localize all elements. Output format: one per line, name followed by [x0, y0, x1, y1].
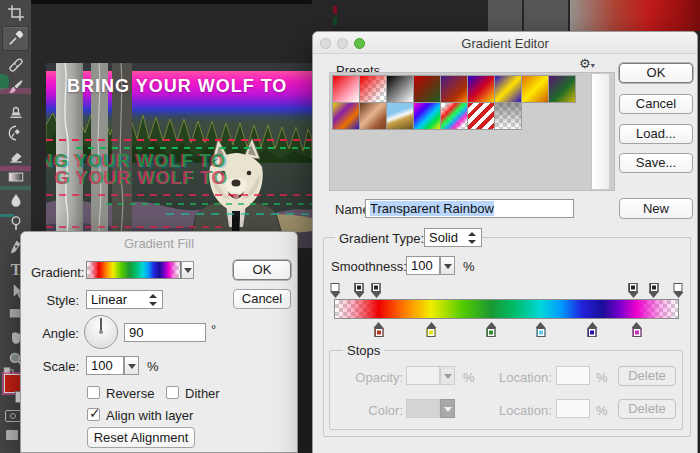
- gradient-preset[interactable]: [521, 75, 549, 103]
- screen-mode-icon[interactable]: [6, 430, 18, 440]
- gradient-preset[interactable]: [332, 75, 360, 103]
- gradient-preset[interactable]: [359, 75, 387, 103]
- load-button[interactable]: Load...: [619, 124, 693, 144]
- panel-block: [488, 0, 522, 31]
- eyedropper-tool-icon[interactable]: [7, 29, 25, 47]
- stops-label: Stops: [343, 343, 384, 358]
- style-select[interactable]: Linear: [86, 290, 163, 309]
- gradient-preset[interactable]: [413, 75, 441, 103]
- history-brush-tool-icon[interactable]: [7, 124, 25, 142]
- angle-label: Angle:: [31, 326, 79, 341]
- color-stop[interactable]: [535, 322, 546, 337]
- color-label: Color:: [347, 403, 403, 418]
- gradient-preset[interactable]: [494, 75, 522, 103]
- dither-label: Dither: [185, 386, 220, 401]
- opacity-stop[interactable]: [330, 283, 341, 298]
- color-stop[interactable]: [486, 322, 497, 337]
- smoothness-dropdown-button[interactable]: [440, 256, 455, 275]
- gradient-type-select[interactable]: Solid: [424, 228, 482, 247]
- gradient-preset[interactable]: [467, 75, 495, 103]
- gradient-tool-icon[interactable]: [7, 168, 25, 186]
- gradient-label: Gradient:: [31, 265, 79, 280]
- opacity-stop[interactable]: [371, 283, 382, 298]
- dialog-titlebar[interactable]: Gradient Fill: [21, 232, 297, 254]
- reverse-label: Reverse: [106, 386, 154, 401]
- location-label: Location:: [499, 403, 552, 418]
- delete-color-stop-button: Delete: [618, 399, 676, 419]
- poster-headline: BRING YOUR WOLF TO: [67, 76, 287, 97]
- reverse-checkbox[interactable]: [87, 386, 100, 399]
- selected-text: Transparent Rainbow: [370, 201, 494, 216]
- document-canvas[interactable]: BRING YOUR WOLF TO NG YOUR WOLF TO: [46, 63, 312, 248]
- angle-dial[interactable]: [84, 315, 118, 349]
- gradient-preset[interactable]: [548, 75, 576, 103]
- opacity-stop[interactable]: [354, 283, 365, 298]
- cancel-button[interactable]: Cancel: [619, 94, 693, 114]
- location-input: [556, 399, 590, 418]
- dodge-tool-icon[interactable]: [7, 214, 25, 232]
- presets-grid: [329, 72, 615, 191]
- style-value: Linear: [91, 292, 127, 307]
- scale-input[interactable]: 100: [86, 356, 124, 375]
- location-input: [556, 366, 590, 385]
- new-button[interactable]: New: [619, 198, 693, 219]
- photoshop-workspace: BRING YOUR WOLF TO NG YOUR WOLF TO: [0, 0, 700, 453]
- save-button[interactable]: Save...: [619, 153, 693, 173]
- ok-button[interactable]: OK: [619, 63, 693, 83]
- gradient-preset[interactable]: [413, 102, 441, 130]
- canvas-top-strip: [31, 0, 312, 4]
- opacity-stop[interactable]: [628, 283, 639, 298]
- blur-tool-icon[interactable]: [7, 192, 25, 210]
- ok-button[interactable]: OK: [233, 260, 291, 280]
- gradient-preset[interactable]: [386, 75, 414, 103]
- color-stop[interactable]: [426, 322, 437, 337]
- gradient-preset[interactable]: [467, 102, 495, 130]
- eraser-tool-icon[interactable]: [7, 146, 25, 164]
- crop-tool-icon[interactable]: [7, 4, 25, 22]
- spot-healing-tool-icon[interactable]: [7, 56, 25, 74]
- align-with-layer-checkbox[interactable]: ✓: [87, 408, 100, 421]
- color-stop[interactable]: [373, 322, 384, 337]
- delete-opacity-stop-button: Delete: [618, 366, 676, 386]
- angle-input[interactable]: 90: [124, 323, 206, 342]
- checkmark-icon: ✓: [89, 405, 101, 421]
- gradient-preset[interactable]: [440, 75, 468, 103]
- clone-stamp-tool-icon[interactable]: [7, 102, 25, 120]
- gradient-editor-dialog: Gradient Editor Presets ⚙▾ OK Cance: [312, 31, 698, 453]
- gradient-preset[interactable]: [386, 102, 414, 130]
- dither-checkbox[interactable]: [166, 386, 179, 399]
- gradient-type-label: Gradient Type:: [335, 231, 428, 246]
- color-stop[interactable]: [587, 322, 598, 337]
- gear-menu-icon[interactable]: ⚙▾: [579, 56, 595, 71]
- glitch-artifact: [333, 17, 337, 25]
- cancel-button[interactable]: Cancel: [233, 289, 291, 309]
- gradient-preset[interactable]: [440, 102, 468, 130]
- opacity-stop[interactable]: [673, 283, 684, 298]
- percent-unit: %: [463, 370, 475, 385]
- smoothness-input[interactable]: 100: [406, 256, 440, 275]
- swap-colors-icon[interactable]: [3, 363, 15, 373]
- opacity-stop[interactable]: [648, 283, 659, 298]
- glitch-ghost-text: G YOUR WOLF TO: [54, 168, 226, 189]
- style-label: Style:: [31, 293, 79, 308]
- gradient-dropdown-button[interactable]: [181, 261, 194, 279]
- gradient-type-value: Solid: [429, 230, 458, 245]
- gradient-swatch[interactable]: [86, 261, 181, 279]
- color-swatch-well: [406, 399, 440, 418]
- scale-dropdown-button[interactable]: [124, 356, 139, 375]
- name-input[interactable]: Transparent Rainbow: [365, 199, 574, 218]
- gear-glyph: ⚙: [579, 56, 591, 71]
- brush-tool-icon[interactable]: [7, 78, 25, 96]
- red-gradient-preview: [570, 0, 700, 31]
- gradient-preset[interactable]: [359, 102, 387, 130]
- dialog-titlebar[interactable]: Gradient Editor: [313, 32, 697, 54]
- gradient-preset[interactable]: [494, 102, 522, 130]
- color-stop[interactable]: [631, 322, 642, 337]
- updown-arrows-icon: [149, 294, 157, 306]
- menu-arrow-icon: ▾: [591, 61, 595, 70]
- gradient-bar[interactable]: [334, 299, 679, 319]
- presets-scrollbar[interactable]: [591, 74, 609, 189]
- gradient-preset[interactable]: [332, 102, 360, 130]
- percent-unit: %: [463, 259, 475, 274]
- reset-alignment-button[interactable]: Reset Alignment: [87, 427, 195, 448]
